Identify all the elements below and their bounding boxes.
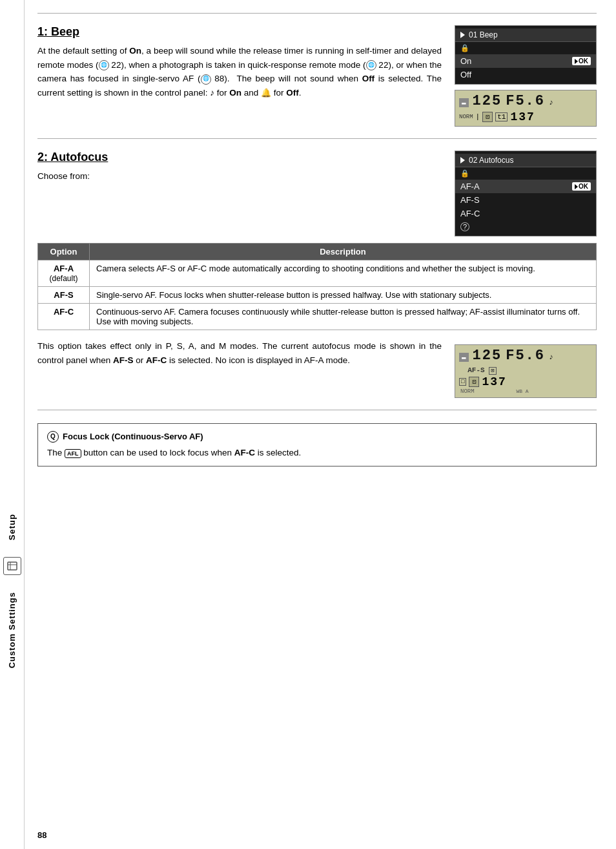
help-icon: ? (460, 222, 469, 231)
table-desc-afc: Continuous-servo AF. Camera focuses cont… (90, 304, 597, 330)
cp-top-row: ▬ 125 F5.6 ♪ (459, 93, 592, 109)
cp-icon-box: ⊡ (482, 112, 493, 122)
af-ok-arrow-icon (575, 184, 578, 189)
cp-bracket-icon: t1 (495, 112, 508, 121)
af-cp-afs-row: AF-S ⊠ (459, 365, 592, 375)
section-autofocus-header: 2: Autofocus Choose from: 02 Autofocus 🔒… (37, 151, 597, 236)
ok-arrow-icon (575, 59, 578, 64)
beep-heading: 1: Beep (37, 25, 442, 39)
af-cp-bottom-row: □ ⊡ 137 (459, 375, 592, 388)
table-header-option: Option (38, 244, 90, 260)
af-cp-norm-row: NORM WB A (459, 388, 592, 395)
sidebar: Setup Custom Settings (0, 0, 25, 849)
autofocus-menu-screen: 02 Autofocus 🔒 AF-A OK AF-S (455, 151, 597, 236)
autofocus-menu-afa[interactable]: AF-A OK (455, 180, 596, 193)
autofocus-intro: Choose from: (37, 169, 442, 183)
table-row-afc: AF-C Continuous-servo AF. Camera focuses… (38, 304, 597, 330)
svg-rect-0 (8, 562, 17, 570)
ok-badge-on: OK (572, 57, 591, 65)
beep-control-panel: ▬ 125 F5.6 ♪ NORM | ⊡ t1 137 (455, 90, 597, 127)
cp-bottom-row: NORM | ⊡ t1 137 (459, 110, 592, 123)
sidebar-setup-label: Setup (7, 514, 17, 540)
page-number: 88 (37, 830, 46, 840)
beep-menu-item-off[interactable]: Off (455, 68, 596, 81)
sidebar-custom-label: Custom Settings (7, 592, 17, 668)
table-header-description: Description (90, 244, 597, 260)
cp-music-note: ♪ (549, 98, 553, 107)
af-cp-shutter: 125 (473, 348, 502, 364)
ok-badge-afa: OK (572, 182, 591, 191)
cp-separator: | (476, 113, 480, 121)
cp-norm: NORM (459, 114, 473, 120)
autofocus-menu-afs[interactable]: AF-S (455, 193, 596, 207)
af-cp-aperture: F5.6 (506, 348, 545, 364)
autofocus-menu-arrow-icon (460, 157, 465, 163)
autofocus-text-intro: 2: Autofocus Choose from: (37, 151, 442, 236)
cp-frame-count: 137 (510, 110, 535, 123)
autofocus-options-table: Option Description AF-A (default) Camera… (37, 243, 597, 330)
beep-menu-item-on[interactable]: On OK (455, 54, 596, 68)
sidebar-icon (3, 557, 21, 575)
focus-lock-title: Q Focus Lock (Continuous-Servo AF) (47, 430, 587, 443)
autofocus-note-text: This option takes effect only in P, S, A… (37, 339, 442, 398)
table-option-afa: AF-A (default) (38, 260, 90, 287)
autofocus-menu-title: 02 Autofocus (455, 154, 596, 167)
af-cp-note: ♪ (549, 353, 553, 362)
table-option-afc: AF-C (38, 304, 90, 330)
beep-menu-item-lock: 🔒 (455, 42, 596, 54)
section-beep: 1: Beep At the default setting of On, a … (37, 25, 597, 127)
autofocus-note-body: This option takes effect only in P, S, A… (37, 339, 442, 367)
cp-exposure-icon: ▬ (459, 98, 469, 107)
focus-lock-box: Q Focus Lock (Continuous-Servo AF) The A… (37, 423, 597, 466)
af-cp-bracket: □ (459, 378, 466, 386)
focus-lock-body: The AFL button can be used to lock focus… (47, 446, 587, 460)
remote-icon-2: 🌐 (366, 60, 376, 70)
autofocus-control-panel: ▬ 125 F5.6 ♪ AF-S ⊠ □ ⊡ 137 NORM (455, 344, 597, 398)
autofocus-heading: 2: Autofocus (37, 151, 442, 164)
af-cp-icon-box: ⊡ (469, 377, 479, 387)
beep-menu-title: 01 Beep (455, 28, 596, 42)
menu-arrow-icon (460, 32, 465, 38)
lock-icon: 🔒 (460, 44, 469, 52)
table-row-afs: AF-S Single-servo AF. Focus locks when s… (38, 287, 597, 304)
section-divider-1 (37, 138, 597, 139)
top-rule (37, 13, 597, 14)
cp-shutter: 125 (473, 93, 502, 109)
beep-menu-screen: 01 Beep 🔒 On OK Off (455, 25, 597, 85)
cp-aperture: F5.6 (506, 93, 545, 109)
af-cp-exposure-icon: ▬ (459, 353, 469, 362)
main-content: 1: Beep At the default setting of On, a … (25, 0, 616, 849)
beep-screenshot: 01 Beep 🔒 On OK Off (455, 25, 597, 127)
autofocus-menu-afc[interactable]: AF-C (455, 207, 596, 220)
autofocus-screenshot: 02 Autofocus 🔒 AF-A OK AF-S (455, 151, 597, 236)
table-option-afs: AF-S (38, 287, 90, 304)
autofocus-menu-lock: 🔒 (455, 167, 596, 180)
af-cp-frame-count: 137 (482, 375, 506, 388)
autofocus-cp-screenshot: ▬ 125 F5.6 ♪ AF-S ⊠ □ ⊡ 137 NORM (455, 339, 597, 398)
beep-body: At the default setting of On, a beep wil… (37, 44, 442, 100)
focus-lock-heading: Focus Lock (Continuous-Servo AF) (63, 430, 203, 443)
afl-badge: AFL (65, 449, 81, 459)
table-desc-afa: Camera selects AF-S or AF-C mode automat… (90, 260, 597, 287)
af-icon: 🌐 (201, 74, 211, 85)
autofocus-note-row: This option takes effect only in P, S, A… (37, 339, 597, 398)
af-lock-icon: 🔒 (460, 169, 469, 178)
af-cp-top-row: ▬ 125 F5.6 ♪ (459, 348, 592, 364)
table-desc-afs: Single-servo AF. Focus locks when shutte… (90, 287, 597, 304)
beep-text: 1: Beep At the default setting of On, a … (37, 25, 442, 127)
table-option-afa-sub: (default) (49, 274, 77, 283)
autofocus-menu-help: ? (455, 220, 596, 233)
remote-icon-1: 🌐 (99, 60, 109, 70)
table-row-afa: AF-A (default) Camera selects AF-S or AF… (38, 260, 597, 287)
section-divider-2 (37, 410, 597, 410)
focus-lock-icon: Q (47, 431, 59, 443)
